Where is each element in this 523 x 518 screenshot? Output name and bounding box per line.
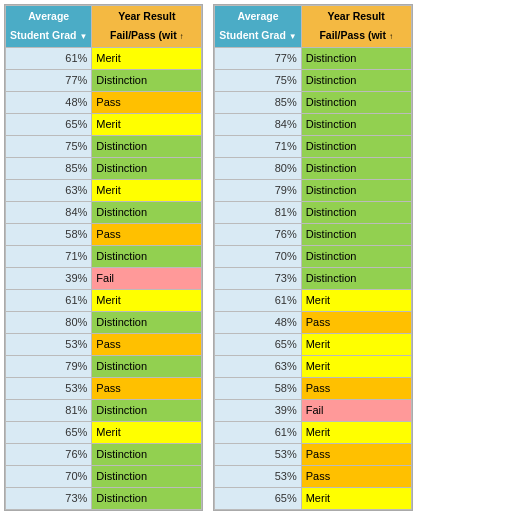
avg-value: 73%	[215, 267, 301, 289]
table-row: 79%Distinction	[6, 355, 202, 377]
avg-value: 85%	[215, 91, 301, 113]
table-row: 58%Pass	[6, 223, 202, 245]
avg-value: 39%	[6, 267, 92, 289]
avg-value: 71%	[215, 135, 301, 157]
table-row: 71%Distinction	[215, 135, 411, 157]
avg-value: 76%	[215, 223, 301, 245]
table-row: 39%Fail	[215, 399, 411, 421]
table-row: 61%Merit	[6, 289, 202, 311]
yr-value: Distinction	[92, 443, 202, 465]
yr-value: Merit	[301, 421, 411, 443]
avg-value: 65%	[6, 113, 92, 135]
table-row: 48%Pass	[6, 91, 202, 113]
table-row: 79%Distinction	[215, 179, 411, 201]
yr-value: Distinction	[92, 135, 202, 157]
yr-value: Pass	[301, 377, 411, 399]
avg-value: 61%	[215, 289, 301, 311]
yr-value: Pass	[92, 223, 202, 245]
yr-value: Merit	[92, 179, 202, 201]
table-row: 61%Merit	[215, 421, 411, 443]
table-row: 65%Merit	[6, 421, 202, 443]
table-row: 53%Pass	[6, 377, 202, 399]
avg-value: 53%	[215, 465, 301, 487]
table-row: 61%Merit	[215, 289, 411, 311]
data-table-2: AverageStudent Grad ▼Year ResultFail/Pas…	[214, 5, 411, 510]
avg-value: 61%	[215, 421, 301, 443]
avg-value: 79%	[215, 179, 301, 201]
avg-value: 84%	[6, 201, 92, 223]
yr-value: Distinction	[301, 135, 411, 157]
avg-value: 84%	[215, 113, 301, 135]
table-1: AverageStudent Grad ▼Year ResultFail/Pas…	[4, 4, 203, 511]
avg-value: 48%	[215, 311, 301, 333]
table-row: 84%Distinction	[6, 201, 202, 223]
yr-value: Pass	[301, 443, 411, 465]
avg-value: 79%	[6, 355, 92, 377]
yr-value: Merit	[92, 47, 202, 69]
yr-header[interactable]: Year ResultFail/Pass (wit ↑	[92, 6, 202, 48]
avg-header[interactable]: AverageStudent Grad ▼	[6, 6, 92, 48]
avg-value: 63%	[215, 355, 301, 377]
table-row: 63%Merit	[6, 179, 202, 201]
yr-value: Merit	[301, 487, 411, 509]
yr-value: Distinction	[301, 201, 411, 223]
table-row: 70%Distinction	[6, 465, 202, 487]
yr-value: Fail	[301, 399, 411, 421]
avg-value: 65%	[215, 333, 301, 355]
yr-value: Distinction	[92, 69, 202, 91]
yr-value: Merit	[301, 355, 411, 377]
yr-value: Pass	[92, 91, 202, 113]
yr-value: Merit	[301, 333, 411, 355]
table-row: 85%Distinction	[6, 157, 202, 179]
table-row: 53%Pass	[6, 333, 202, 355]
data-table-1: AverageStudent Grad ▼Year ResultFail/Pas…	[5, 5, 202, 510]
yr-value: Distinction	[301, 69, 411, 91]
yr-value: Distinction	[92, 399, 202, 421]
avg-value: 48%	[6, 91, 92, 113]
avg-value: 61%	[6, 289, 92, 311]
table-row: 58%Pass	[215, 377, 411, 399]
table-row: 65%Merit	[215, 333, 411, 355]
table-row: 63%Merit	[215, 355, 411, 377]
yr-value: Pass	[301, 465, 411, 487]
yr-value: Pass	[92, 333, 202, 355]
avg-value: 77%	[215, 47, 301, 69]
table-row: 65%Merit	[215, 487, 411, 509]
avg-value: 63%	[6, 179, 92, 201]
yr-value: Fail	[92, 267, 202, 289]
avg-value: 85%	[6, 157, 92, 179]
yr-value: Merit	[301, 289, 411, 311]
yr-value: Distinction	[301, 47, 411, 69]
yr-header[interactable]: Year ResultFail/Pass (wit ↑	[301, 6, 411, 48]
avg-value: 65%	[6, 421, 92, 443]
table-row: 73%Distinction	[6, 487, 202, 509]
avg-value: 70%	[215, 245, 301, 267]
yr-value: Distinction	[92, 245, 202, 267]
yr-value: Distinction	[301, 267, 411, 289]
yr-value: Distinction	[301, 179, 411, 201]
avg-value: 80%	[215, 157, 301, 179]
avg-value: 39%	[215, 399, 301, 421]
table-row: 71%Distinction	[6, 245, 202, 267]
avg-value: 53%	[6, 377, 92, 399]
yr-value: Distinction	[92, 201, 202, 223]
avg-header[interactable]: AverageStudent Grad ▼	[215, 6, 301, 48]
avg-value: 70%	[6, 465, 92, 487]
avg-value: 53%	[215, 443, 301, 465]
avg-value: 76%	[6, 443, 92, 465]
avg-value: 81%	[6, 399, 92, 421]
avg-value: 53%	[6, 333, 92, 355]
avg-value: 81%	[215, 201, 301, 223]
yr-value: Distinction	[301, 223, 411, 245]
table-row: 77%Distinction	[215, 47, 411, 69]
yr-value: Distinction	[92, 487, 202, 509]
avg-value: 61%	[6, 47, 92, 69]
yr-value: Distinction	[301, 157, 411, 179]
table-row: 48%Pass	[215, 311, 411, 333]
table-row: 73%Distinction	[215, 267, 411, 289]
table-row: 81%Distinction	[215, 201, 411, 223]
yr-value: Distinction	[92, 355, 202, 377]
avg-value: 75%	[6, 135, 92, 157]
table-row: 39%Fail	[6, 267, 202, 289]
table-row: 61%Merit	[6, 47, 202, 69]
